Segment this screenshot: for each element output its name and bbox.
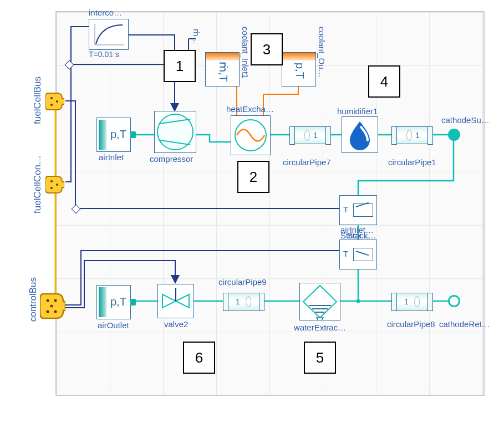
airInletSensor-T: T <box>343 205 348 214</box>
port-cathodeRet[interactable] <box>448 295 460 307</box>
block-circularPipe1[interactable]: 1 <box>391 126 432 144</box>
svg-point-9 <box>54 310 57 313</box>
bus-fuelCellCon-label: fuelCellCon… <box>32 155 43 213</box>
block-coolantOut[interactable]: p,T <box>282 52 316 86</box>
annotation-5: 5 <box>304 342 336 374</box>
bus-fuelCellBus-label: fuelCellBus <box>32 77 43 124</box>
annotation-4: 4 <box>368 65 400 98</box>
block-circularPipe9-label: circularPipe9 <box>218 277 267 287</box>
block-stackSensor[interactable]: T <box>339 240 377 269</box>
port-cathodeRet-label: cathodeRet… <box>439 319 490 329</box>
block-stackSensor-label3: Stack… <box>347 231 376 240</box>
svg-point-2 <box>56 100 58 103</box>
diagram-canvas: fuelCellBus fuelCellCon… controlBus inte… <box>0 0 499 448</box>
block-interco-label: interco… <box>89 8 122 17</box>
port-cathodeSu[interactable] <box>448 129 460 141</box>
bus-fuelCellCon[interactable] <box>45 172 64 197</box>
block-humidifier1-label: humidifier1 <box>337 106 378 116</box>
annotation-3-text: 3 <box>263 41 271 58</box>
block-circularPipe7-label: circularPipe7 <box>283 157 331 167</box>
airInlet-text: p,T <box>110 128 126 141</box>
block-humidifier1[interactable] <box>342 116 378 153</box>
block-coolantInlet1-label: coolant_Inlet1 <box>241 27 250 78</box>
coolantInlet1-text: ṁ,T <box>217 62 230 82</box>
annotation-4-text: 4 <box>380 73 388 90</box>
pipe1-n: 1 <box>415 131 420 140</box>
block-circularPipe7[interactable]: 1 <box>289 126 330 144</box>
port-cathodeSu-label: cathodeSu… <box>441 115 490 125</box>
block-heatExcha-label: heatExcha… <box>226 104 274 114</box>
svg-point-10 <box>50 305 53 308</box>
svg-point-6 <box>47 299 49 302</box>
block-airInlet[interactable]: p,T <box>96 118 131 152</box>
block-coolantOut-label: coolant_Ou… <box>317 27 327 78</box>
bus-fuelCellBus[interactable] <box>45 89 64 114</box>
block-waterExtrac-label: waterExtrac… <box>294 323 346 332</box>
annotation-1-text: 1 <box>176 58 184 75</box>
svg-point-7 <box>47 310 49 313</box>
block-circularPipe8-label: circularPipe8 <box>387 319 435 329</box>
annotation-5-text: 5 <box>316 349 324 366</box>
svg-point-4 <box>50 187 53 189</box>
annotation-3: 3 <box>251 33 283 65</box>
block-interco-sub: T=0.01 s <box>89 50 119 59</box>
block-circularPipe8[interactable]: 1 <box>391 293 432 310</box>
block-airInletSensor[interactable]: T <box>339 195 377 225</box>
block-circularPipe9[interactable]: 1 <box>223 293 264 310</box>
mdot-label: ṁ… <box>192 29 201 44</box>
coolantOut-text: p,T <box>293 63 306 79</box>
bus-controlBus[interactable] <box>40 288 65 324</box>
block-airOutlet-label: airOutlet <box>98 320 129 330</box>
svg-point-0 <box>50 97 53 99</box>
block-circularPipe1-label: circularPipe1 <box>388 157 436 167</box>
block-waterExtrac[interactable] <box>299 283 340 320</box>
block-airInlet-label: airInlet <box>99 152 124 162</box>
pipe9-n: 1 <box>236 297 240 306</box>
svg-point-1 <box>50 104 53 106</box>
block-compressor[interactable] <box>154 111 196 153</box>
annotation-1: 1 <box>164 50 196 82</box>
block-valve2[interactable] <box>157 284 194 318</box>
pipe8-n: 1 <box>404 297 409 306</box>
block-airOutlet[interactable]: p,T <box>96 285 131 319</box>
svg-point-8 <box>54 299 57 302</box>
annotation-6: 6 <box>183 342 215 374</box>
stackSensor-T: T <box>343 249 348 258</box>
block-interco[interactable] <box>89 19 129 50</box>
annotation-2-text: 2 <box>249 169 257 186</box>
svg-point-5 <box>56 184 58 186</box>
svg-point-3 <box>50 180 53 182</box>
block-heatExcha[interactable] <box>231 115 271 155</box>
annotation-6-text: 6 <box>195 349 203 366</box>
block-valve2-label: valve2 <box>164 319 188 329</box>
pipe7-n: 1 <box>313 131 318 140</box>
airOutlet-text: p,T <box>110 296 126 308</box>
block-compressor-label: compressor <box>150 154 193 164</box>
annotation-2: 2 <box>237 161 269 193</box>
grid-background <box>55 11 485 396</box>
bus-controlBus-label: controlBus <box>28 277 39 322</box>
block-coolantInlet1[interactable]: ṁ,T <box>205 52 240 86</box>
